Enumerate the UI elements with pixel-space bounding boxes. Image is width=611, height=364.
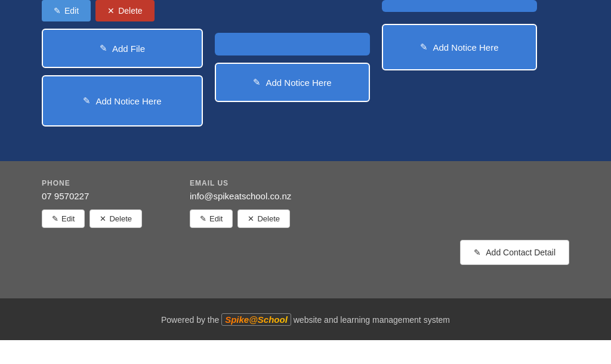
file-icon: ✎ — [100, 43, 107, 54]
add-notice-mid-button[interactable]: ✎ Add Notice Here — [215, 63, 370, 102]
edit-delete-row: ✎ Edit ✕ Delete — [42, 0, 203, 21]
brand-logo: Spike@School — [221, 313, 291, 326]
email-edit-button[interactable]: ✎ Edit — [190, 209, 233, 228]
mid-column: ✎ Add Notice Here — [215, 0, 370, 102]
phone-delete-button[interactable]: ✕ Delete — [90, 209, 142, 228]
phone-delete-icon: ✕ — [100, 214, 106, 223]
contact-grid: PHONE 07 9570227 ✎ Edit ✕ Delete EMAIL U… — [42, 179, 569, 228]
footer-text: Powered by the Spike@School website and … — [161, 313, 450, 326]
phone-label: PHONE — [42, 179, 142, 187]
phone-contact-item: PHONE 07 9570227 ✎ Edit ✕ Delete — [42, 179, 142, 228]
notice-left-icon: ✎ — [83, 95, 91, 106]
add-notice-left-button[interactable]: ✎ Add Notice Here — [42, 75, 203, 127]
email-value: info@spikeatschool.co.nz — [190, 191, 291, 201]
email-delete-icon: ✕ — [248, 214, 254, 223]
add-notice-right-button[interactable]: ✎ Add Notice Here — [382, 24, 537, 70]
edit-icon: ✎ — [54, 6, 61, 16]
notice-right-icon: ✎ — [420, 42, 428, 53]
email-edit-icon: ✎ — [200, 214, 206, 223]
add-contact-icon: ✎ — [474, 248, 481, 257]
delete-button[interactable]: ✕ Delete — [95, 0, 154, 21]
phone-edit-button[interactable]: ✎ Edit — [42, 209, 85, 228]
phone-value: 07 9570227 — [42, 191, 142, 201]
add-contact-button[interactable]: ✎ Add Contact Detail — [460, 240, 569, 265]
add-contact-row: ✎ Add Contact Detail — [42, 240, 569, 265]
email-delete-button[interactable]: ✕ Delete — [237, 209, 290, 228]
email-actions: ✎ Edit ✕ Delete — [190, 209, 291, 228]
phone-actions: ✎ Edit ✕ Delete — [42, 209, 142, 228]
footer: Powered by the Spike@School website and … — [0, 298, 611, 340]
add-file-button[interactable]: ✎ Add File — [42, 29, 203, 68]
left-column: ✎ Edit ✕ Delete ✎ Add File ✎ Add Notice … — [42, 0, 203, 127]
email-label: EMAIL US — [190, 179, 291, 187]
phone-edit-icon: ✎ — [52, 214, 58, 223]
notice-mid-icon: ✎ — [253, 77, 261, 88]
edit-button[interactable]: ✎ Edit — [42, 0, 91, 21]
right-column: ✎ Add Notice Here — [382, 0, 537, 70]
notice-top-right-bar — [382, 0, 537, 12]
email-contact-item: EMAIL US info@spikeatschool.co.nz ✎ Edit… — [190, 179, 291, 228]
delete-icon: ✕ — [107, 6, 115, 16]
top-section: ✎ Edit ✕ Delete ✎ Add File ✎ Add Notice … — [0, 0, 611, 161]
notice-top-mid-bar — [215, 33, 370, 55]
contact-section: PHONE 07 9570227 ✎ Edit ✕ Delete EMAIL U… — [0, 161, 611, 298]
